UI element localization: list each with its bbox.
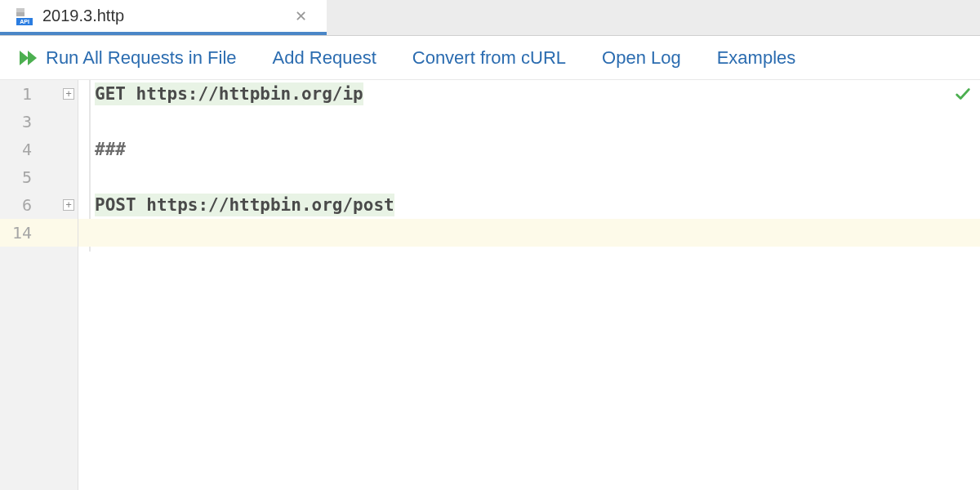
- line-number: 14: [0, 219, 78, 247]
- editor-tab[interactable]: API 2019.3.http ✕: [0, 0, 327, 35]
- http-method: POST: [95, 194, 136, 216]
- http-method: GET: [95, 82, 126, 105]
- svg-text:API: API: [20, 19, 29, 24]
- editor-toolbar: Run All Requests in File Add Request Con…: [0, 36, 980, 80]
- line-number: 4: [0, 136, 78, 163]
- tab-title: 2019.3.http: [42, 7, 124, 25]
- code-line[interactable]: [82, 163, 980, 191]
- add-request-label: Add Request: [273, 47, 376, 69]
- convert-curl-button[interactable]: Convert from cURL: [412, 47, 566, 69]
- line-number: 1 +: [0, 80, 78, 108]
- code-line[interactable]: GET https://httpbin.org/ip: [82, 80, 980, 108]
- line-number: 3: [0, 108, 78, 136]
- code-line[interactable]: POST https://httpbin.org/post: [82, 191, 980, 219]
- editor-area[interactable]: 1 + 3 4 5 6 + 14 GET https://httpbin.org…: [0, 80, 980, 490]
- run-all-label: Run All Requests in File: [46, 47, 237, 69]
- fold-expand-icon[interactable]: +: [63, 88, 74, 100]
- http-url: https://httpbin.org/ip: [136, 82, 363, 105]
- svg-marker-5: [28, 51, 37, 65]
- code-line[interactable]: ###: [82, 136, 980, 163]
- line-number-gutter: 1 + 3 4 5 6 + 14: [0, 80, 78, 490]
- open-log-label: Open Log: [602, 47, 681, 69]
- line-number: 5: [0, 163, 78, 191]
- fold-expand-icon[interactable]: +: [63, 199, 74, 211]
- request-separator: ###: [95, 140, 126, 159]
- run-all-button[interactable]: Run All Requests in File: [20, 47, 237, 69]
- api-file-icon: API: [15, 7, 34, 26]
- tab-bar: API 2019.3.http ✕: [0, 0, 980, 36]
- open-log-button[interactable]: Open Log: [602, 47, 681, 69]
- examples-button[interactable]: Examples: [717, 47, 796, 69]
- code-line[interactable]: [82, 108, 980, 136]
- svg-marker-4: [20, 51, 29, 65]
- code-line[interactable]: [82, 219, 980, 247]
- convert-curl-label: Convert from cURL: [412, 47, 566, 69]
- add-request-button[interactable]: Add Request: [273, 47, 376, 69]
- svg-rect-1: [16, 12, 24, 16]
- http-url: https://httpbin.org/post: [146, 194, 394, 216]
- run-all-icon: [20, 49, 41, 67]
- examples-label: Examples: [717, 47, 796, 69]
- code-area[interactable]: GET https://httpbin.org/ip ### POST http…: [78, 80, 980, 490]
- line-number: 6 +: [0, 191, 78, 219]
- close-icon[interactable]: ✕: [292, 4, 310, 29]
